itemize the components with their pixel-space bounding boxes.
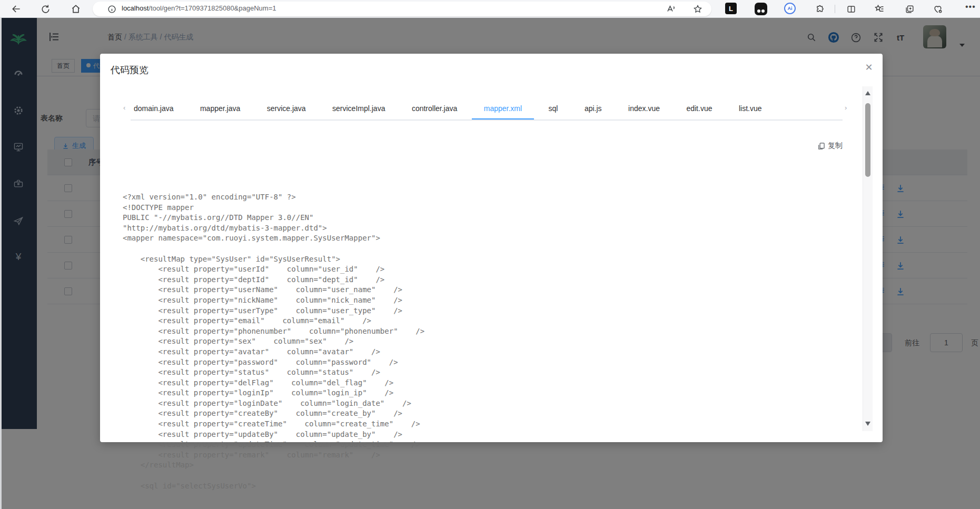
dialog-title: 代码预览 (111, 64, 149, 76)
code-preview-dialog: 代码预览 ✕ ‹ domain.java mapper.java service… (100, 54, 883, 442)
refresh-icon[interactable] (39, 3, 52, 15)
scrollbar-thumb[interactable] (865, 103, 870, 177)
dialog-scrollbar[interactable] (863, 86, 873, 431)
screen: localhost/tool/gen?t=1709371825080&pageN… (0, 0, 980, 509)
extension-ai-icon[interactable]: Ai (784, 3, 796, 14)
split-screen-icon[interactable] (845, 3, 857, 15)
window-edge (0, 18, 2, 509)
tab-mapper-java[interactable]: mapper.java (188, 97, 252, 119)
tabs-scroll-prev-icon[interactable]: ‹ (123, 104, 125, 112)
dialog-close-icon[interactable]: ✕ (863, 62, 875, 73)
browser-toolbar: localhost/tool/gen?t=1709371825080&pageN… (0, 0, 980, 18)
browser-essentials-icon[interactable] (932, 3, 944, 15)
tab-service-java[interactable]: service.java (255, 97, 318, 119)
toolbar-divider (835, 5, 835, 13)
copy-icon (817, 142, 825, 150)
back-icon[interactable] (10, 3, 23, 15)
url-domain: localhost (122, 4, 149, 12)
more-menu-icon[interactable]: ••• (965, 2, 976, 12)
home-icon[interactable] (70, 3, 82, 15)
copy-button[interactable]: 复制 (817, 141, 843, 151)
favorite-star-icon[interactable] (692, 4, 703, 14)
tab-index-vue[interactable]: index.vue (616, 97, 672, 119)
tabs-scroll-next-icon[interactable]: › (845, 104, 847, 112)
extension-l-icon[interactable]: L (725, 3, 737, 14)
extensions-puzzle-icon[interactable] (814, 3, 826, 16)
tab-controller-java[interactable]: controller.java (400, 97, 469, 119)
tab-serviceimpl-java[interactable]: serviceImpl.java (320, 97, 397, 119)
tab-api-js[interactable]: api.js (572, 97, 614, 119)
file-tabs: domain.java mapper.java service.java ser… (131, 97, 843, 121)
tab-domain-java[interactable]: domain.java (131, 97, 186, 119)
favorites-list-icon[interactable] (873, 3, 886, 15)
scroll-down-icon[interactable] (865, 422, 870, 426)
extension-dark-icon[interactable] (755, 3, 767, 15)
code-content[interactable]: <?xml version="1.0" encoding="UTF-8" ?> … (123, 192, 849, 491)
tab-mapper-xml[interactable]: mapper.xml (472, 97, 534, 119)
tab-list-vue[interactable]: list.vue (727, 97, 774, 119)
tab-sql[interactable]: sql (537, 97, 570, 119)
tab-edit-vue[interactable]: edit.vue (674, 97, 724, 119)
read-aloud-icon[interactable] (666, 4, 676, 14)
scroll-up-icon[interactable] (865, 91, 870, 95)
site-info-icon[interactable] (106, 4, 117, 14)
url-text[interactable]: localhost/tool/gen?t=1709371825080&pageN… (122, 4, 276, 12)
collections-icon[interactable] (903, 3, 916, 15)
url-path: /tool/gen?t=1709371825080&pageNum=1 (149, 4, 276, 12)
